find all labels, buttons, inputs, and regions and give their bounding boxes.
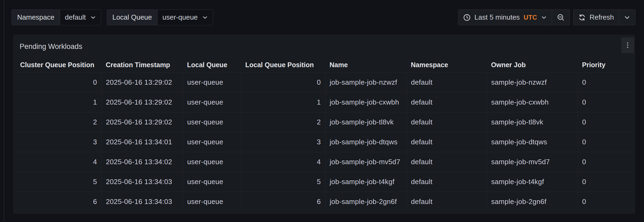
table-cell: job-sample-job-2gn6f bbox=[325, 192, 407, 212]
table-header-row: Cluster Queue PositionCreation Timestamp… bbox=[16, 58, 632, 72]
table-cell: 0 bbox=[578, 152, 632, 172]
table-row: 02025-06-16 13:29:02user-queue0job-sampl… bbox=[16, 72, 632, 92]
refresh-label: Refresh bbox=[590, 13, 614, 22]
table-cell: 1 bbox=[241, 92, 325, 112]
table-cell: user-queue bbox=[183, 72, 241, 92]
page-left-divider bbox=[4, 0, 4, 222]
table-cell: user-queue bbox=[183, 92, 241, 112]
table-cell: 1 bbox=[16, 92, 101, 112]
table-cell: 5 bbox=[241, 172, 325, 192]
table-cell: 2025-06-16 13:29:02 bbox=[101, 92, 183, 112]
table-cell: default bbox=[407, 172, 487, 192]
table-cell: 6 bbox=[241, 192, 325, 212]
variable-namespace-select[interactable]: default bbox=[60, 10, 101, 25]
column-header-local-queue-position[interactable]: Local Queue Position bbox=[241, 58, 325, 72]
column-header-cluster-queue-position[interactable]: Cluster Queue Position bbox=[16, 58, 101, 72]
time-range-label: Last 5 minutes bbox=[474, 13, 520, 22]
table-cell: job-sample-job-t4kgf bbox=[325, 172, 407, 192]
table-cell: 0 bbox=[578, 192, 632, 212]
table-row: 62025-06-16 13:34:03user-queue6job-sampl… bbox=[16, 192, 632, 212]
time-zoom-out-button[interactable] bbox=[552, 10, 570, 25]
variable-local-queue-value: user-queue bbox=[162, 13, 198, 22]
refresh-button[interactable]: Refresh bbox=[573, 10, 619, 25]
table-cell: default bbox=[407, 152, 487, 172]
table-row: 42025-06-16 13:34:02user-queue4job-sampl… bbox=[16, 152, 632, 172]
table-cell: sample-job-cxwbh bbox=[487, 92, 578, 112]
table-cell: 0 bbox=[578, 92, 632, 112]
toolbar-spacer bbox=[219, 9, 458, 25]
table-cell: 5 bbox=[16, 172, 101, 192]
panel-title[interactable]: Pending Workloads bbox=[20, 42, 82, 51]
column-header-priority[interactable]: Priority bbox=[578, 58, 632, 72]
table-cell: 3 bbox=[241, 132, 325, 152]
table-cell: job-sample-job-cxwbh bbox=[325, 92, 407, 112]
table-cell: 2025-06-16 13:34:01 bbox=[101, 132, 183, 152]
sync-icon bbox=[578, 14, 586, 21]
table-cell: default bbox=[407, 112, 487, 132]
table-cell: job-sample-job-nzwzf bbox=[325, 72, 407, 92]
table-cell: 2025-06-16 13:34:03 bbox=[101, 172, 183, 192]
table-row: 22025-06-16 13:29:02user-queue2job-sampl… bbox=[16, 112, 632, 132]
table-cell: 2 bbox=[16, 112, 101, 132]
table-cell: user-queue bbox=[183, 152, 241, 172]
table-cell: sample-job-2gn6f bbox=[487, 192, 578, 212]
table-cell: 0 bbox=[578, 112, 632, 132]
variable-local-queue-label: Local Queue bbox=[107, 10, 158, 25]
variable-local-queue: Local Queue user-queue bbox=[107, 9, 213, 25]
column-header-namespace[interactable]: Namespace bbox=[407, 58, 487, 72]
table-row: 12025-06-16 13:29:02user-queue1job-sampl… bbox=[16, 92, 632, 112]
panel-menu-button[interactable] bbox=[621, 37, 634, 53]
table-body: 02025-06-16 13:29:02user-queue0job-sampl… bbox=[16, 72, 632, 212]
table-cell: 2025-06-16 13:34:03 bbox=[101, 192, 183, 212]
chevron-down-icon bbox=[624, 14, 630, 21]
time-picker-group: Last 5 minutes UTC bbox=[458, 9, 570, 25]
toolbar-gap bbox=[570, 9, 573, 25]
zoom-out-icon bbox=[557, 13, 565, 22]
time-range-button[interactable]: Last 5 minutes UTC bbox=[458, 10, 552, 25]
table-cell: user-queue bbox=[183, 172, 241, 192]
column-header-name[interactable]: Name bbox=[325, 58, 407, 72]
table-cell: 4 bbox=[241, 152, 325, 172]
clock-icon bbox=[463, 14, 471, 21]
chevron-down-icon bbox=[90, 15, 96, 20]
table-cell: 0 bbox=[578, 132, 632, 152]
column-header-owner-job[interactable]: Owner Job bbox=[487, 58, 578, 72]
table-wrap: Cluster Queue PositionCreation Timestamp… bbox=[14, 58, 635, 212]
variable-local-queue-select[interactable]: user-queue bbox=[158, 10, 213, 25]
variable-namespace-label: Namespace bbox=[12, 10, 60, 25]
kebab-menu-icon bbox=[624, 42, 631, 49]
column-header-local-queue[interactable]: Local Queue bbox=[183, 58, 241, 72]
table-cell: sample-job-dtqws bbox=[487, 132, 578, 152]
refresh-interval-button[interactable] bbox=[619, 10, 635, 25]
timezone-badge: UTC bbox=[524, 14, 537, 21]
chevron-down-icon bbox=[202, 15, 208, 20]
dashboard-toolbar: Namespace default Local Queue user-queue… bbox=[12, 9, 635, 25]
table-cell: 0 bbox=[16, 72, 101, 92]
table-cell: 3 bbox=[16, 132, 101, 152]
table-cell: 0 bbox=[578, 172, 632, 192]
table-cell: 2025-06-16 13:29:02 bbox=[101, 72, 183, 92]
variable-namespace: Namespace default bbox=[12, 9, 101, 25]
chevron-down-icon bbox=[541, 15, 547, 20]
column-header-creation-timestamp[interactable]: Creation Timestamp bbox=[101, 58, 183, 72]
table-cell: sample-job-nzwzf bbox=[487, 72, 578, 92]
table-cell: default bbox=[407, 192, 487, 212]
pending-workloads-panel: Pending Workloads Cluster Queue Position… bbox=[13, 35, 635, 214]
table-cell: 2 bbox=[241, 112, 325, 132]
table-cell: job-sample-job-dtqws bbox=[325, 132, 407, 152]
table-cell: 0 bbox=[241, 72, 325, 92]
table-cell: job-sample-job-tl8vk bbox=[325, 112, 407, 132]
refresh-group: Refresh bbox=[573, 9, 635, 25]
table-cell: 4 bbox=[16, 152, 101, 172]
table-cell: sample-job-mv5d7 bbox=[487, 152, 578, 172]
table-cell: user-queue bbox=[183, 192, 241, 212]
table-cell: user-queue bbox=[183, 132, 241, 152]
table-cell: 0 bbox=[578, 72, 632, 92]
table-cell: sample-job-tl8vk bbox=[487, 112, 578, 132]
table-cell: 6 bbox=[16, 192, 101, 212]
table-cell: 2025-06-16 13:29:02 bbox=[101, 112, 183, 132]
table-row: 32025-06-16 13:34:01user-queue3job-sampl… bbox=[16, 132, 632, 152]
table-cell: job-sample-job-mv5d7 bbox=[325, 152, 407, 172]
panel-header: Pending Workloads bbox=[14, 35, 635, 58]
table-cell: 2025-06-16 13:34:02 bbox=[101, 152, 183, 172]
